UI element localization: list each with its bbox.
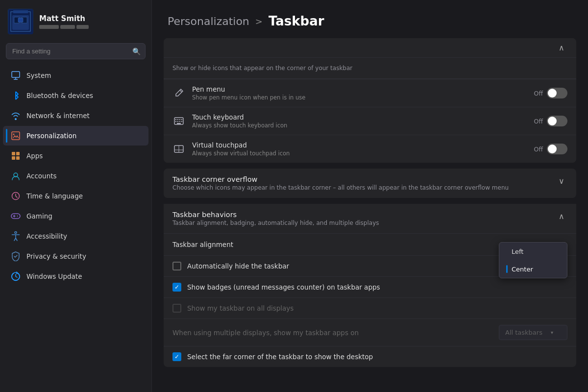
apps-icon xyxy=(11,151,21,161)
search-box: 🔍 xyxy=(6,43,146,59)
touch-keyboard-desc: Always show touch keyboard icon xyxy=(192,122,534,129)
touch-keyboard-row: Touch keyboard Always show touch keyboar… xyxy=(164,107,576,135)
corner-icons-header: Show or hide icons that appear on the co… xyxy=(164,58,576,79)
svg-point-23 xyxy=(17,216,18,217)
page-header: Personalization > Taskbar xyxy=(152,0,588,38)
svg-rect-33 xyxy=(179,121,180,122)
sidebar-item-label-system: System xyxy=(26,72,51,79)
user-dots xyxy=(39,25,89,29)
sidebar-item-gaming[interactable]: Gaming xyxy=(3,206,148,226)
all-displays-checkbox[interactable] xyxy=(172,304,181,313)
svg-rect-2 xyxy=(13,10,28,13)
badges-checkbox[interactable] xyxy=(172,283,181,292)
sidebar-item-system[interactable]: System xyxy=(3,66,148,85)
alignment-dropdown-popup: Left Center xyxy=(499,242,567,278)
search-input[interactable] xyxy=(6,43,146,59)
main-content: Personalization > Taskbar ∧ Show or hide… xyxy=(152,0,588,392)
svg-rect-11 xyxy=(12,132,20,140)
section-collapse-area: ∧ xyxy=(164,38,576,58)
svg-point-22 xyxy=(17,215,18,216)
sidebar-item-label-apps: Apps xyxy=(26,152,43,160)
network-icon xyxy=(11,111,21,121)
alignment-option-left[interactable]: Left xyxy=(499,243,567,260)
sidebar-item-label-accounts: Accounts xyxy=(26,172,57,180)
multi-display-value: All taskbars xyxy=(505,329,542,336)
svg-rect-8 xyxy=(12,72,20,77)
search-icon: 🔍 xyxy=(132,48,141,55)
privacy-icon xyxy=(11,251,21,261)
virtual-touchpad-desc: Always show virtual touchpad icon xyxy=(192,150,534,157)
time-icon xyxy=(11,191,21,201)
virtual-touchpad-toggle-label: Off xyxy=(534,146,543,153)
alignment-option-center[interactable]: Center xyxy=(499,260,567,278)
sidebar-item-apps[interactable]: Apps xyxy=(3,146,148,166)
sidebar-item-label-bluetooth: Bluetooth & devices xyxy=(26,92,93,99)
sidebar-item-network[interactable]: Network & internet xyxy=(3,106,148,125)
sidebar-item-label-time: Time & language xyxy=(26,192,83,200)
expand-overflow-button[interactable]: ∨ xyxy=(556,175,567,187)
svg-rect-27 xyxy=(175,119,176,120)
show-desktop-label: Select the far corner of the taskbar to … xyxy=(187,353,373,361)
avatar-image: POLICE xyxy=(8,9,33,34)
badges-label: Show badges (unread messages counter) on… xyxy=(187,283,380,291)
svg-rect-30 xyxy=(181,119,182,120)
overflow-header: Taskbar corner overflow Choose which ico… xyxy=(164,169,576,198)
pen-toggle-label: Off xyxy=(534,90,543,97)
touchpad-icon xyxy=(172,143,185,155)
svg-rect-34 xyxy=(181,121,182,122)
user-name: Matt Smith xyxy=(39,14,89,23)
breadcrumb-current: Taskbar xyxy=(269,14,324,28)
svg-point-12 xyxy=(13,134,15,135)
alignment-row: Taskbar alignment Left Center xyxy=(164,233,576,255)
dot2 xyxy=(60,25,75,29)
taskbar-corner-icons-section: ∧ Show or hide icons that appear on the … xyxy=(164,38,576,163)
show-desktop-checkbox[interactable] xyxy=(172,352,181,361)
collapse-behaviors-button[interactable]: ∧ xyxy=(556,211,567,222)
svg-rect-32 xyxy=(177,121,178,122)
sidebar-item-personalization[interactable]: Personalization xyxy=(3,126,148,146)
behaviors-desc: Taskbar alignment, badging, automaticall… xyxy=(172,220,379,226)
behaviors-title: Taskbar behaviors xyxy=(172,211,379,219)
touch-keyboard-toggle[interactable] xyxy=(547,116,567,126)
pen-menu-toggle[interactable] xyxy=(547,88,567,98)
multi-display-label: When using multiple displays, show my ta… xyxy=(172,329,499,337)
auto-hide-checkbox[interactable] xyxy=(172,262,181,270)
personalization-icon xyxy=(11,131,21,141)
dot1 xyxy=(39,25,59,29)
sidebar-item-label-network: Network & internet xyxy=(26,112,90,120)
pen-icon xyxy=(172,87,185,99)
gaming-icon xyxy=(11,211,21,221)
svg-rect-35 xyxy=(177,123,181,124)
all-displays-label: Show my taskbar on all displays xyxy=(187,304,294,312)
svg-rect-16 xyxy=(16,156,20,160)
all-displays-row: Show my taskbar on all displays xyxy=(164,297,576,318)
sidebar-item-privacy[interactable]: Privacy & security xyxy=(3,246,148,266)
svg-rect-19 xyxy=(11,214,20,219)
collapse-icons-button[interactable]: ∧ xyxy=(556,42,567,53)
breadcrumb-parent: Personalization xyxy=(168,15,249,27)
avatar: POLICE xyxy=(8,9,33,34)
badges-row: Show badges (unread messages counter) on… xyxy=(164,276,576,297)
system-icon xyxy=(11,71,21,80)
virtual-touchpad-toggle[interactable] xyxy=(547,144,567,154)
pen-menu-row: Pen menu Show pen menu icon when pen is … xyxy=(164,79,576,107)
bluetooth-icon xyxy=(11,91,21,100)
svg-rect-15 xyxy=(12,156,15,160)
sidebar-item-time[interactable]: Time & language xyxy=(3,186,148,206)
sidebar-item-windows-update[interactable]: Windows Update xyxy=(3,267,148,286)
windows-update-icon xyxy=(11,271,21,281)
sidebar-item-accounts[interactable]: Accounts xyxy=(3,166,148,186)
touch-keyboard-title: Touch keyboard xyxy=(192,113,534,121)
svg-rect-28 xyxy=(177,119,178,120)
accounts-icon xyxy=(11,171,21,181)
show-desktop-row: Select the far corner of the taskbar to … xyxy=(164,346,576,367)
dot3 xyxy=(76,25,89,29)
center-indicator xyxy=(506,265,508,273)
user-profile[interactable]: POLICE Matt Smith xyxy=(0,0,151,41)
sidebar-item-accessibility[interactable]: Accessibility xyxy=(3,226,148,246)
overflow-title: Taskbar corner overflow xyxy=(172,175,509,183)
taskbar-behaviors-section: Taskbar behaviors Taskbar alignment, bad… xyxy=(164,204,576,367)
svg-rect-29 xyxy=(179,119,180,120)
sidebar-item-bluetooth[interactable]: Bluetooth & devices xyxy=(3,86,148,105)
alignment-left-label: Left xyxy=(512,248,523,255)
